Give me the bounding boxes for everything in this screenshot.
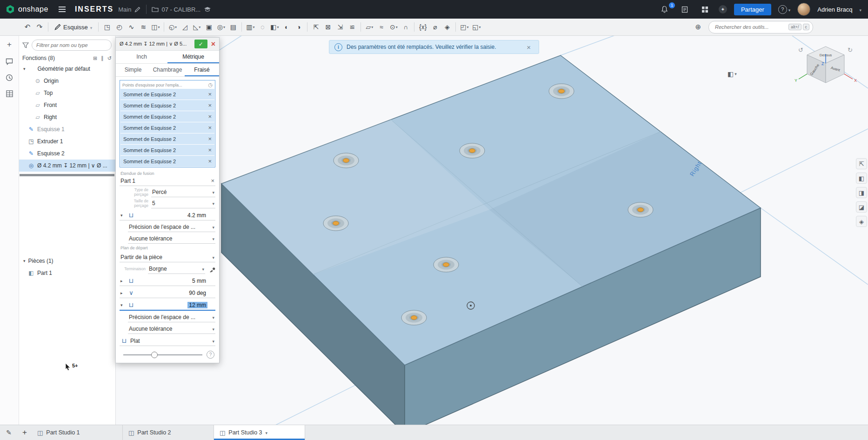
parts-section-header[interactable]: ▾ Pièces (1) — [19, 255, 115, 267]
thicken-icon[interactable]: ◫ ▾ — [149, 21, 161, 33]
diameter-row[interactable]: ⊔ 4.2 mm — [120, 211, 215, 220]
sketch-button[interactable]: Esquisse — [51, 22, 96, 32]
part-list-item[interactable]: ◧ Part 1 — [19, 267, 115, 279]
remove-icon[interactable] — [208, 124, 212, 131]
feature-tree-item[interactable]: ◳ Extruder 1 — [19, 135, 115, 147]
feature-tree-item[interactable]: ◎ Ø 4.2 mm ↧ 12 mm | ∨ Ø ... — [19, 160, 115, 172]
rollback-bar[interactable] — [20, 174, 114, 176]
part-studio-tab[interactable]: Part Studio 2 — [123, 425, 214, 440]
delete-face-icon[interactable]: ⊠ — [322, 21, 334, 33]
folder-breadcrumb[interactable]: 07 - CALIBR... — [152, 6, 200, 13]
remove-icon[interactable] — [208, 147, 212, 153]
versions-history-icon[interactable] — [3, 73, 16, 82]
toolbar-divider[interactable] — [361, 22, 361, 32]
countersunk-hole[interactable] — [628, 202, 653, 217]
rotate-left-icon[interactable]: ↺ — [798, 47, 803, 53]
tab-menu-caret-icon[interactable] — [266, 429, 268, 436]
redo-icon[interactable] — [33, 21, 46, 33]
depth-value[interactable]: 90 deg — [189, 290, 214, 296]
offset-surface-icon[interactable]: ≌ — [346, 21, 358, 33]
plane-icon[interactable]: ▱ ▾ — [363, 21, 375, 33]
transform-icon[interactable]: ⇱ — [310, 21, 322, 33]
user-avatar[interactable] — [797, 3, 810, 16]
shaded-view-icon[interactable]: ◧ — [856, 173, 867, 184]
hole-type-dropdown[interactable]: Percé — [151, 188, 215, 197]
countersunk-hole[interactable] — [460, 143, 485, 158]
circular-pattern-icon[interactable]: ◌ — [256, 21, 268, 33]
hole-style-tab[interactable]: Chambrage — [150, 64, 185, 76]
countersunk-hole[interactable] — [434, 257, 459, 272]
hamburger-menu-icon[interactable] — [54, 7, 70, 12]
named-views-icon[interactable]: ◈ — [856, 216, 867, 227]
close-icon[interactable] — [524, 43, 534, 52]
fillet-icon[interactable]: ◵ ▾ — [167, 21, 179, 33]
revolve-icon[interactable]: ◴ — [113, 21, 125, 33]
fit-precision-dropdown[interactable]: Précision de l'espace de ... — [128, 223, 215, 232]
hole-size-dropdown[interactable]: 5 — [151, 199, 215, 208]
clock-icon[interactable] — [208, 82, 213, 88]
selection-list-item[interactable]: Sommet de Esquisse 2 — [120, 133, 214, 144]
sweep-icon[interactable]: ∿ — [125, 21, 137, 33]
remove-icon[interactable] — [208, 91, 212, 98]
feature-tree-item[interactable]: ▱ Front — [19, 99, 115, 111]
feature-tree-item[interactable]: ▱ Right — [19, 111, 115, 123]
toolbar-divider[interactable] — [455, 22, 456, 32]
depth-parameter-row[interactable]: ▸ ∨ 90 deg — [120, 288, 215, 298]
depth-parameter-row[interactable]: ▾ ⊔ 12 mm — [120, 300, 215, 311]
toolbar-divider[interactable] — [164, 22, 164, 32]
history-icon[interactable] — [107, 55, 112, 61]
annotation-pen-icon[interactable] — [0, 425, 18, 440]
confirm-check-icon[interactable] — [194, 40, 207, 48]
selection-list-item[interactable]: Sommet de Esquisse 2 — [120, 89, 214, 100]
3d-viewport[interactable]: Right ↺ ↻ Dessus Gauche Avant Z Y X — [115, 35, 868, 425]
release-notes-icon[interactable] — [678, 6, 691, 13]
export-icon[interactable]: ◱ ▾ — [470, 21, 482, 33]
expander-caret-icon[interactable] — [120, 213, 125, 218]
measure-icon[interactable]: ⌀ — [429, 21, 441, 33]
loft-icon[interactable]: ≋ — [137, 21, 149, 33]
start-plane-dropdown[interactable]: Partir de la pièce — [120, 253, 215, 262]
new-tab-button[interactable] — [18, 425, 32, 440]
unit-tab[interactable]: Métrique — [167, 51, 219, 63]
feature-tree-item[interactable]: ▾ Géométrie par défaut — [19, 63, 115, 75]
remove-icon[interactable] — [208, 113, 212, 120]
termination-dropdown[interactable]: Borgne — [148, 265, 205, 274]
expander-caret-icon[interactable]: ▾ — [120, 303, 125, 307]
helix-icon[interactable]: ≈ — [375, 21, 387, 33]
depth-value[interactable]: 12 mm — [187, 302, 207, 308]
hole-icon[interactable]: ◎ ▾ — [215, 21, 227, 33]
view-cube[interactable]: ↺ ↻ Dessus Gauche Avant Z Y X — [795, 47, 857, 83]
split-icon[interactable]: ◑ — [293, 21, 305, 33]
move-face-icon[interactable]: ⇲ — [334, 21, 346, 33]
selection-list-item[interactable]: Sommet de Esquisse 2 — [120, 122, 214, 133]
notifications-bell-icon[interactable]: 1 — [658, 6, 671, 13]
selection-list-item[interactable]: Sommet de Esquisse 2 — [120, 111, 214, 122]
countersunk-hole[interactable] — [323, 216, 348, 231]
section-view-icon[interactable]: ◨ — [856, 187, 867, 198]
tag-icon[interactable]: ◈ — [441, 21, 453, 33]
toolbar-divider[interactable] — [241, 22, 242, 32]
account-caret-icon[interactable] — [859, 5, 861, 13]
eyedropper-icon[interactable] — [207, 267, 215, 273]
tool-search[interactable]: alt+/ c — [708, 21, 813, 33]
workspace-name[interactable]: Main — [118, 6, 131, 13]
feature-tree-item[interactable]: ✎ Esquisse 2 — [19, 147, 115, 160]
depth-value[interactable]: 5 mm — [192, 278, 214, 284]
bom-table-icon[interactable] — [3, 90, 16, 98]
toolbar-divider[interactable] — [307, 22, 307, 32]
shell-icon[interactable]: ▣ — [203, 21, 215, 33]
feature-filter-input[interactable] — [32, 40, 112, 51]
remove-icon[interactable] — [208, 102, 212, 109]
expander-caret-icon[interactable]: ▸ — [120, 279, 125, 283]
selection-list-item[interactable]: Sommet de Esquisse 2 — [120, 156, 214, 167]
part-studio-tab[interactable]: Part Studio 3 — [214, 425, 305, 440]
share-button[interactable]: Partager — [734, 4, 771, 15]
insert-plus-icon[interactable]: + — [4, 40, 14, 50]
diameter-value[interactable]: 4.2 mm — [187, 212, 214, 219]
view-mode-button[interactable]: ◧ — [725, 70, 740, 78]
bottom-type-row[interactable]: ⊔ Plat — [120, 336, 215, 346]
point-icon[interactable]: ⊙ ▾ — [387, 21, 400, 33]
help-icon[interactable]: ? — [207, 351, 214, 359]
tolerance-dropdown[interactable]: Aucune tolérance — [128, 234, 215, 244]
help-menu-icon[interactable]: ? — [778, 5, 787, 14]
